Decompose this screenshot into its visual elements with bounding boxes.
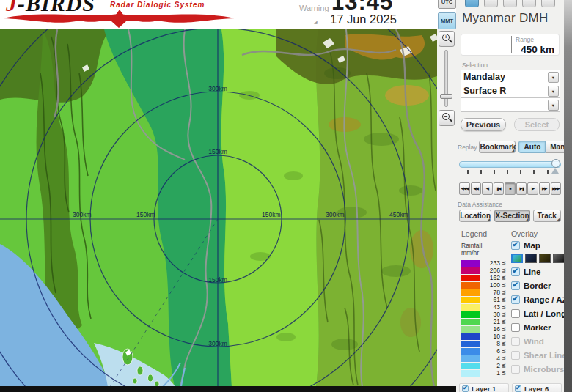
toolbar-button[interactable] [522, 0, 536, 7]
timeline-track[interactable] [459, 161, 561, 168]
step-back-button[interactable]: ▮◀ [494, 182, 505, 195]
warning-label[interactable]: Warning [299, 4, 329, 12]
replay-timeline [459, 160, 561, 177]
map-style-thumbnail[interactable] [539, 254, 551, 263]
overlay-item-border[interactable]: ✔ Border [511, 278, 564, 292]
range-label: 150km [208, 148, 227, 155]
topographic-map: 300km 150km 150km 300km 450km 300km 150k… [0, 29, 437, 387]
marker-checkbox[interactable]: ✔ [511, 323, 520, 332]
layer-1-checkbox[interactable]: ✔ [462, 385, 469, 392]
check-icon: ✔ [512, 267, 518, 275]
panel-toolbar [456, 0, 564, 7]
overlay-item-map[interactable]: ✔ Map [511, 238, 564, 252]
select-button[interactable]: Select [514, 118, 560, 131]
range-display: Range 450 km [461, 34, 560, 56]
corner-expand-icon: ◢ [557, 218, 560, 221]
microburst-checkbox: ✔ [511, 365, 520, 374]
line-checkbox[interactable]: ✔ [511, 267, 520, 276]
map-style-picker [511, 252, 564, 265]
utc-button[interactable]: UTC [438, 0, 456, 9]
map-zoom-control: + − [437, 29, 456, 392]
chevron-down-icon[interactable]: ▾ [548, 72, 559, 83]
border-checkbox[interactable]: ✔ [511, 281, 520, 290]
range-label: 150km [262, 211, 281, 218]
bookmark-button[interactable]: Bookmark◢ [479, 141, 516, 153]
step-forward-button[interactable]: ▶▮ [516, 182, 527, 195]
chevron-down-icon[interactable]: ▾ [548, 100, 559, 111]
playback-controls: ◀◀◀ ◀◀ ◀ ▮◀ ■ ▶▮ ▶ ▶▶ ▶▶▶ [459, 182, 561, 195]
timeline-pin-icon [551, 168, 559, 174]
corner-expand-icon: ◢ [512, 149, 515, 152]
range-label: 450km [389, 211, 408, 218]
play-button[interactable]: ▶ [527, 182, 538, 195]
map-style-thumbnail[interactable] [553, 254, 564, 263]
range-label: 300km [208, 340, 227, 347]
stop-button[interactable]: ■ [505, 182, 516, 195]
lati-long-checkbox[interactable]: ✔ [511, 309, 520, 318]
range-label: 150km [208, 276, 227, 284]
timezone-buttons: UTC MMT [438, 0, 456, 29]
shear-line-checkbox: ✔ [511, 351, 520, 360]
toolbar-button[interactable] [503, 0, 517, 7]
layer-1-toggle[interactable]: ✔ Layer 1 [459, 383, 509, 392]
location-button[interactable]: Location◢ [459, 210, 491, 222]
range-value: 450 km [516, 44, 554, 55]
fast-forward-button[interactable]: ▶▶ [539, 182, 550, 195]
manual-mode-button[interactable]: Manual [546, 141, 564, 153]
range-label: 300km [73, 211, 92, 218]
jump-end-button[interactable]: ▶▶▶ [551, 182, 562, 195]
play-reverse-button[interactable]: ◀ [482, 182, 493, 195]
wind-checkbox: ✔ [511, 337, 520, 346]
jump-start-button[interactable]: ◀◀◀ [459, 182, 470, 195]
track-button[interactable]: Track◢ [533, 210, 561, 222]
bottom-bar [0, 386, 456, 392]
layer-6-toggle[interactable]: ✔ Layer 6 [512, 383, 562, 392]
range-value-display [461, 34, 511, 55]
overlay-item-shear-line: ✔ Shear Line [511, 348, 564, 362]
range-label: 150km [136, 211, 155, 218]
check-icon: ✔ [512, 295, 518, 303]
map-style-thumbnail[interactable] [525, 254, 537, 263]
map-checkbox[interactable]: ✔ [511, 241, 520, 250]
zoom-out-button[interactable]: − [439, 110, 455, 126]
radar-map-view[interactable]: 300km 150km 150km 300km 450km 300km 150k… [0, 29, 437, 387]
legend-section: Legend Rainfall mm/hr 233≦ 206≦ 162≦ 100… [456, 229, 506, 377]
previous-button[interactable]: Previous [461, 118, 506, 131]
chevron-down-icon[interactable]: ▾ [548, 86, 559, 97]
data-assistance-label: Data Assistance [458, 201, 564, 208]
toolbar-button[interactable] [465, 0, 479, 7]
range-az-checkbox[interactable]: ✔ [511, 295, 520, 304]
zoom-slider-handle[interactable] [440, 94, 452, 99]
warning-corner-icon: ◢ [314, 19, 318, 24]
x-section-button[interactable]: X-Section◢ [494, 210, 529, 222]
overlay-item-range-az[interactable]: ✔ Range / AZ [511, 292, 564, 306]
zoom-in-button[interactable]: + [439, 31, 455, 47]
legend-header: Legend [461, 229, 506, 238]
layer-6-checkbox[interactable]: ✔ [515, 385, 521, 392]
radar-site-dropdown[interactable]: Mandalay ▾ [461, 70, 560, 84]
auto-mode-button[interactable]: Auto [518, 141, 546, 153]
eagle-icon [1, 10, 243, 29]
toolbar-button[interactable] [541, 0, 555, 7]
layer-toggles: ✔ Layer 1 ✔ Layer 2 ✔ Layer 3 ✔ Layer 6 [459, 383, 562, 392]
fast-rewind-button[interactable]: ◀◀ [471, 182, 482, 195]
overlay-item-line[interactable]: ✔ Line [511, 265, 564, 278]
toolbar-button[interactable] [484, 0, 498, 7]
check-icon: ✔ [512, 281, 518, 289]
check-icon: ✔ [516, 385, 521, 391]
sub-product-dropdown[interactable]: ▾ [461, 98, 560, 112]
jbirds-logo: J-BIRDS Radar Dialogic System [0, 0, 271, 29]
overlay-item-lati-long[interactable]: ✔ Lati / Long [511, 306, 564, 320]
timeline-handle[interactable] [551, 159, 560, 168]
window-edge-scrollbar[interactable] [564, 0, 572, 392]
overlay-item-wind: ✔ Wind [511, 334, 564, 348]
range-label: 300km [326, 211, 345, 218]
replay-label: Replay [458, 144, 477, 151]
overlay-item-marker[interactable]: ✔ Marker [511, 320, 564, 334]
product-dropdown[interactable]: Surface R ▾ [461, 84, 560, 98]
mmt-button[interactable]: MMT [438, 12, 456, 29]
check-icon: ✔ [463, 385, 468, 391]
map-style-thumbnail-selected[interactable] [511, 254, 523, 263]
jbirds-app: 300km 150km 150km 300km 450km 300km 150k… [0, 0, 572, 392]
overlay-item-microburst: ✔ Microburst [511, 362, 564, 376]
